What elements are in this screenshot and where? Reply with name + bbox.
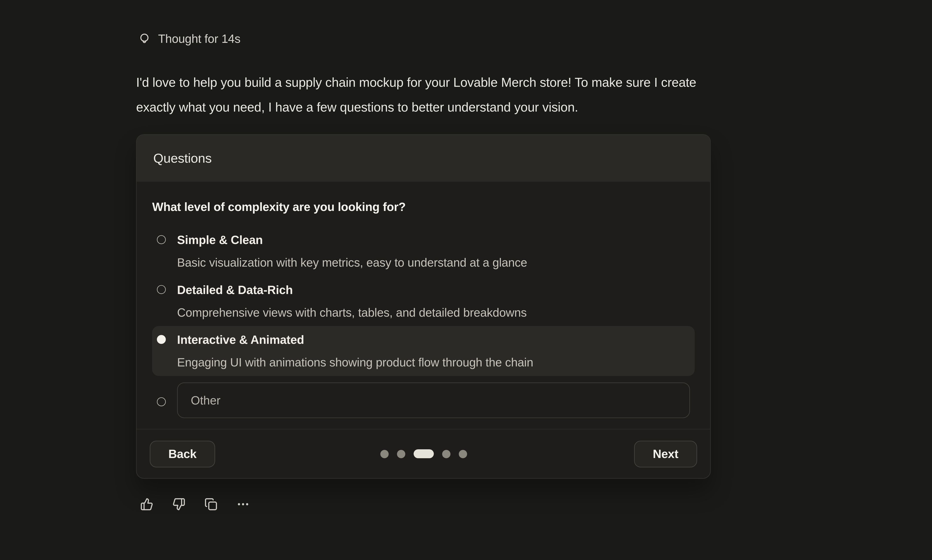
thought-summary-toggle[interactable]: Thought for 14s	[139, 32, 240, 46]
more-options-button[interactable]	[237, 498, 250, 511]
pagination-dots	[380, 449, 467, 458]
assistant-message: I'd love to help you build a supply chai…	[136, 70, 849, 120]
thumbs-down-button[interactable]	[173, 498, 185, 511]
option-other[interactable]	[152, 376, 695, 418]
questions-card: Questions What level of complexity are y…	[136, 134, 711, 478]
questions-card-footer: Back Next	[137, 429, 710, 478]
chat-message-view: Thought for 14s I'd love to help you bui…	[0, 0, 932, 560]
thought-duration-label: Thought for 14s	[158, 32, 240, 46]
message-line: exactly what you need, I have a few ques…	[136, 95, 849, 120]
radio-icon[interactable]	[157, 397, 166, 406]
option-description: Basic visualization with key metrics, ea…	[177, 255, 527, 270]
option-label: Interactive & Animated	[177, 332, 533, 348]
pagination-dot-active[interactable]	[413, 449, 433, 458]
card-title: Questions	[153, 151, 212, 166]
pagination-dot[interactable]	[459, 449, 467, 458]
pagination-dot[interactable]	[380, 449, 388, 458]
radio-icon[interactable]	[157, 235, 166, 244]
more-options-icon	[237, 498, 250, 511]
options-list: Simple & Clean Basic visualization with …	[152, 226, 695, 418]
questions-card-header: Questions	[137, 135, 710, 182]
questions-card-body: What level of complexity are you looking…	[137, 182, 710, 424]
radio-selected-icon[interactable]	[157, 335, 166, 344]
option-label: Simple & Clean	[177, 232, 527, 248]
copy-button[interactable]	[204, 498, 217, 511]
lightbulb-icon	[139, 32, 150, 45]
message-actions	[140, 498, 250, 511]
option-interactive-animated[interactable]: Interactive & Animated Engaging UI with …	[152, 326, 695, 376]
question-text: What level of complexity are you looking…	[152, 199, 695, 214]
option-description: Comprehensive views with charts, tables,…	[177, 305, 527, 320]
thumbs-up-icon	[140, 498, 153, 511]
radio-icon[interactable]	[157, 285, 166, 294]
thumbs-up-button[interactable]	[140, 498, 153, 511]
option-detailed-data-rich[interactable]: Detailed & Data-Rich Comprehensive views…	[152, 276, 695, 326]
copy-icon	[204, 498, 217, 511]
back-button[interactable]: Back	[150, 441, 215, 467]
option-simple-clean[interactable]: Simple & Clean Basic visualization with …	[152, 226, 695, 276]
pagination-dot[interactable]	[397, 449, 405, 458]
thumbs-down-icon	[173, 498, 185, 511]
next-button[interactable]: Next	[634, 441, 697, 467]
pagination-dot[interactable]	[442, 449, 450, 458]
other-option-input[interactable]	[177, 383, 690, 418]
option-label: Detailed & Data-Rich	[177, 282, 527, 297]
message-line: I'd love to help you build a supply chai…	[136, 70, 849, 95]
option-description: Engaging UI with animations showing prod…	[177, 354, 533, 370]
